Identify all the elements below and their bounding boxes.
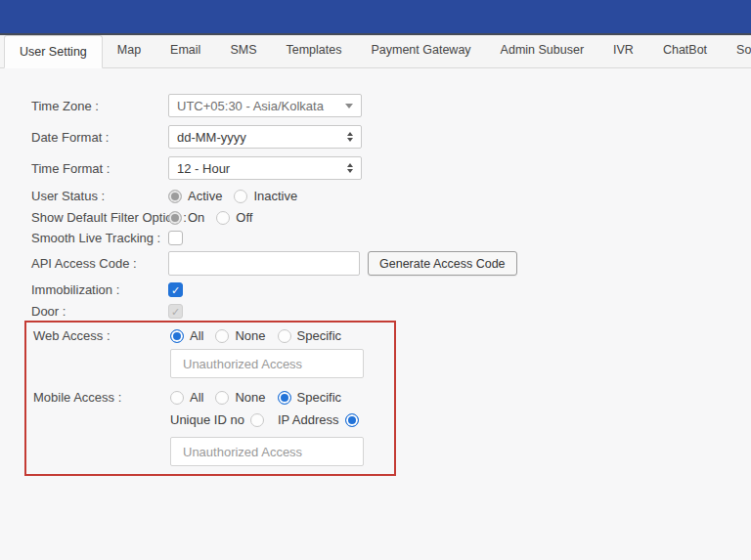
user-setting-form: Time Zone : UTC+05:30 - Asia/Kolkata Dat… [0, 68, 751, 476]
smooth-live-tracking-row: Smooth Live Tracking : [31, 231, 751, 245]
default-filter-row: Show Default Filter Option : On Off [31, 210, 751, 225]
api-access-code-input[interactable] [168, 251, 360, 276]
date-format-select[interactable]: dd-MM-yyyy [168, 125, 362, 149]
web-access-unauthorized-input[interactable] [170, 349, 364, 378]
user-status-inactive-radio[interactable] [234, 190, 247, 203]
time-zone-label: Time Zone : [31, 99, 168, 113]
immobilization-checkbox[interactable]: ✓ [168, 282, 183, 297]
default-filter-on-label: On [188, 210, 204, 225]
mobile-access-label: Mobile Access : [33, 390, 170, 405]
default-filter-off-radio[interactable] [216, 211, 230, 225]
tab-ivr[interactable]: IVR [598, 34, 648, 67]
mobile-access-all-label: All [190, 390, 203, 405]
date-format-label: Date Format : [31, 130, 168, 145]
time-format-row: Time Format : 12 - Hour [31, 156, 751, 180]
default-filter-off-label: Off [236, 210, 252, 225]
tab-payment-gateway[interactable]: Payment Gateway [356, 34, 485, 67]
default-filter-label: Show Default Filter Option : [31, 210, 168, 225]
default-filter-on-radio[interactable] [168, 211, 182, 225]
generate-access-code-button[interactable]: Generate Access Code [368, 251, 517, 276]
mobile-access-row: Mobile Access : All None Specific [33, 390, 394, 405]
time-format-label: Time Format : [31, 161, 168, 176]
web-access-none-label: None [235, 328, 265, 343]
web-access-none-radio[interactable] [215, 329, 229, 343]
user-status-row: User Status : Active Inactive [31, 189, 751, 203]
mobile-access-none-radio[interactable] [215, 391, 229, 405]
time-zone-select[interactable]: UTC+05:30 - Asia/Kolkata [168, 94, 362, 117]
web-access-input-wrap [170, 349, 394, 378]
web-access-specific-label: Specific [297, 328, 342, 343]
date-format-row: Date Format : dd-MM-yyyy [31, 125, 751, 149]
ip-address-label: IP Address [278, 412, 339, 427]
mobile-access-input-wrap [170, 437, 394, 466]
immobilization-label: Immobilization : [31, 282, 168, 297]
immobilization-row: Immobilization : ✓ [31, 282, 751, 297]
tab-social-media-api[interactable]: Social Media API [722, 34, 751, 67]
door-row: Door : ✓ [31, 304, 751, 319]
user-status-active-label: Active [188, 189, 222, 203]
web-access-row: Web Access : All None Specific [33, 328, 394, 343]
tab-bar: User Setting Map Email SMS Templates Pay… [0, 35, 751, 68]
mobile-access-specific-label: Specific [297, 390, 342, 405]
mobile-access-specific-radio[interactable] [278, 391, 291, 405]
tab-user-setting[interactable]: User Setting [4, 35, 103, 68]
web-access-specific-radio[interactable] [278, 329, 291, 343]
access-settings-highlight-box: Web Access : All None Specific Mobile Ac… [24, 321, 396, 476]
api-access-code-label: API Access Code : [31, 256, 168, 271]
mobile-access-none-label: None [235, 390, 265, 405]
tab-sms[interactable]: SMS [215, 34, 271, 67]
time-zone-row: Time Zone : UTC+05:30 - Asia/Kolkata [31, 94, 751, 117]
user-status-inactive-label: Inactive [253, 189, 297, 203]
date-format-value: dd-MM-yyyy [177, 130, 246, 145]
web-access-all-label: All [190, 328, 203, 343]
unique-id-label: Unique ID no [170, 412, 244, 427]
select-updown-icon [347, 132, 353, 142]
door-checkbox: ✓ [168, 304, 183, 319]
chevron-down-icon [345, 104, 353, 108]
smooth-live-tracking-checkbox[interactable] [168, 231, 183, 245]
tab-chatbot[interactable]: ChatBot [648, 34, 722, 67]
ip-address-radio[interactable] [345, 413, 359, 427]
web-access-all-radio[interactable] [170, 329, 184, 343]
user-status-label: User Status : [31, 189, 168, 203]
tab-templates[interactable]: Templates [271, 34, 356, 67]
select-updown-icon [347, 163, 353, 173]
mobile-access-unauthorized-input[interactable] [170, 437, 364, 466]
tab-email[interactable]: Email [155, 34, 215, 67]
tab-admin-subuser[interactable]: Admin Subuser [486, 34, 598, 67]
mobile-access-all-radio[interactable] [170, 391, 184, 405]
tab-map[interactable]: Map [103, 34, 155, 67]
time-format-select[interactable]: 12 - Hour [168, 156, 362, 180]
smooth-live-tracking-label: Smooth Live Tracking : [31, 231, 168, 245]
unique-id-radio[interactable] [250, 413, 264, 427]
api-access-code-row: API Access Code : Generate Access Code [31, 251, 751, 276]
top-navbar [0, 0, 751, 35]
web-access-label: Web Access : [33, 328, 170, 343]
mobile-access-sub-options-row: Unique ID no IP Address [170, 412, 394, 427]
user-status-active-radio[interactable] [168, 190, 182, 203]
time-zone-value: UTC+05:30 - Asia/Kolkata [177, 99, 324, 113]
door-label: Door : [31, 304, 168, 319]
time-format-value: 12 - Hour [177, 161, 230, 176]
